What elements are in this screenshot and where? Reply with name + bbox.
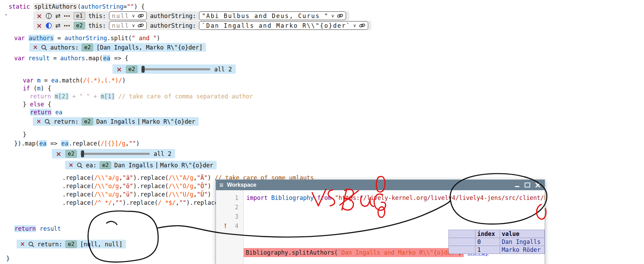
code-line-replace-trim[interactable]: .replace(/^ */,"").replace(/ *$/,"").rep… xyxy=(62,199,225,206)
code-line-return-result[interactable]: return result xyxy=(14,225,61,232)
magnifier-icon[interactable] xyxy=(28,241,34,247)
chevron-down-icon: ∨ xyxy=(331,13,335,18)
this-value-select[interactable]: null ∨ xyxy=(109,21,147,30)
window-title: Workspace xyxy=(227,182,256,188)
code-token: => { xyxy=(110,55,128,62)
table-header-blank xyxy=(449,230,475,238)
toggle-off-icon[interactable] xyxy=(45,12,52,19)
slider-thumb[interactable] xyxy=(81,150,84,157)
code-token: ea xyxy=(103,55,110,62)
slider-track[interactable] xyxy=(81,153,150,155)
magnifier-icon[interactable] xyxy=(76,162,83,168)
code-token: "ü" xyxy=(123,191,133,198)
code-line-var-result[interactable]: var result = authors.map(ea => { xyxy=(14,55,128,62)
code-token: ).replace( xyxy=(133,174,169,181)
code-line-return-swapped[interactable]: return m[2] + " " + m[1] // take care of… xyxy=(30,93,253,100)
code-token: static xyxy=(9,3,30,10)
code-token: .map( xyxy=(85,55,103,62)
arg-value-select[interactable]: "Abi Bulbus and Deus, Curus " ∨ xyxy=(199,11,346,20)
delete-probe-icon[interactable]: × xyxy=(69,162,73,168)
evaluated-expression[interactable]: Bibliography.splitAuthors(`Dan Ingalls a… xyxy=(244,248,464,257)
example-badge[interactable]: e2 xyxy=(82,118,93,125)
code-token: ( xyxy=(78,3,81,10)
example-name-badge[interactable]: e2 xyxy=(74,22,85,29)
link-icon[interactable] xyxy=(337,13,343,18)
maximize-button[interactable] xyxy=(524,182,531,188)
link-icon[interactable] xyxy=(359,23,365,28)
code-token: , xyxy=(193,183,197,190)
arg-value: `Dan Ingalls and Marko R\\"{o}der` xyxy=(202,22,351,29)
error-marker: ! xyxy=(224,222,227,230)
code-line-replace-u[interactable]: .replace(/\\"u/g,"ü").replace(/\\"U/g,"Ü… xyxy=(62,191,211,198)
example-name-badge[interactable]: e1 xyxy=(74,12,85,20)
example-badge[interactable]: e2 xyxy=(100,161,111,169)
delete-probe-icon[interactable]: × xyxy=(36,118,41,124)
code-token: = xyxy=(49,55,60,62)
code-token: .replace( xyxy=(62,199,94,206)
probe-return-result: × return: e2 [null, null] xyxy=(17,240,126,248)
minimize-button[interactable] xyxy=(514,182,520,188)
code-line-map-replace[interactable]: }).map(ea => ea.replace(/[{}]/g,"") xyxy=(14,140,139,147)
swap-icon[interactable]: ⇄ xyxy=(55,12,61,19)
code-line-var-authors[interactable]: var authors = authorString.split(" and "… xyxy=(14,35,160,42)
line-number: 3 xyxy=(218,213,238,220)
code-line-return-ea[interactable]: return ea xyxy=(30,109,62,116)
code-line-signature[interactable]: static splitAuthors(authorString="") { xyxy=(9,3,145,10)
code-line-close-fn[interactable]: } xyxy=(6,255,10,262)
delete-slider-icon[interactable]: × xyxy=(116,66,122,73)
code-line-else[interactable]: } else { xyxy=(23,101,51,108)
code-token: var xyxy=(23,77,34,84)
example-badge[interactable]: e2 xyxy=(65,150,77,158)
example-badge[interactable]: e2 xyxy=(82,44,93,51)
code-line-var-m[interactable]: var m = ea.match(/(.*),(.*)/) xyxy=(23,77,126,84)
table-cell-blank xyxy=(449,246,475,254)
table-cell-index: 0 xyxy=(475,238,500,246)
probe-value: Marko R\"{o}der xyxy=(142,118,196,125)
code-token: /^ */ xyxy=(94,199,112,206)
slider-track[interactable] xyxy=(141,68,210,70)
delete-probe-icon[interactable]: × xyxy=(20,241,25,247)
delete-example-icon[interactable]: × xyxy=(36,12,42,19)
code-token: , xyxy=(112,199,115,206)
table-cell-value: Dan Ingalls xyxy=(500,238,544,246)
magnifier-icon[interactable] xyxy=(41,44,47,51)
swap-icon[interactable]: ⇄ xyxy=(55,22,61,29)
code-token: /(.*),(.*)/ xyxy=(83,77,122,84)
code-token: ea xyxy=(39,140,47,147)
more-options-icon[interactable]: ⋯ xyxy=(64,22,71,29)
this-value-select[interactable]: null ∨ xyxy=(109,11,147,20)
code-token: ) xyxy=(136,140,139,147)
code-token: "Ü" xyxy=(197,191,208,198)
more-options-icon[interactable]: ⋯ xyxy=(64,12,71,20)
code-token: + xyxy=(90,93,101,100)
workspace-titlebar[interactable]: ≡ Workspace × xyxy=(216,180,545,190)
toggle-on-icon[interactable] xyxy=(45,22,52,29)
line-number: 2 xyxy=(218,204,238,211)
slider-thumb[interactable] xyxy=(142,66,145,73)
link-icon[interactable] xyxy=(137,23,144,28)
code-line-replace-o[interactable]: .replace(/\\"o/g,"ö").replace(/\\"O/g,"Ö… xyxy=(62,183,211,190)
probe-authors: × authors: e2 [Dan Ingalls, Marko R\"{o}… xyxy=(29,43,206,52)
value-separator-icon xyxy=(156,162,157,168)
probe-value: Marko R\"{o}der xyxy=(160,162,214,169)
delete-example-icon[interactable]: × xyxy=(36,22,42,29)
workspace-code-line[interactable]: import Bibliography from "https://lively… xyxy=(246,194,545,202)
arg-value-select[interactable]: `Dan Ingalls and Marko R\\"{o}der` ∨ xyxy=(199,21,368,30)
table-row: 1 Marko Röder xyxy=(449,246,545,254)
delete-slider-icon[interactable]: × xyxy=(56,150,62,157)
magnifier-icon[interactable] xyxy=(44,118,51,125)
delete-probe-icon[interactable]: × xyxy=(33,44,38,50)
menu-icon[interactable]: ≡ xyxy=(219,181,224,189)
code-token: " and " xyxy=(132,35,157,42)
code-line-close-if[interactable]: } xyxy=(23,131,26,138)
example-badge[interactable]: e2 xyxy=(65,240,77,248)
close-button[interactable]: × xyxy=(534,182,541,188)
close-icon: × xyxy=(534,181,541,189)
iteration-slider-map2: × e2 all 2 xyxy=(52,149,175,158)
code-token: ).replace( xyxy=(123,199,158,206)
example-badge[interactable]: e2 xyxy=(126,65,137,73)
code-token: authorString xyxy=(64,35,107,42)
code-line-if-m[interactable]: if (m) { xyxy=(23,85,51,92)
link-icon[interactable] xyxy=(137,13,144,18)
code-line-stray-dot[interactable]: . xyxy=(4,10,8,17)
